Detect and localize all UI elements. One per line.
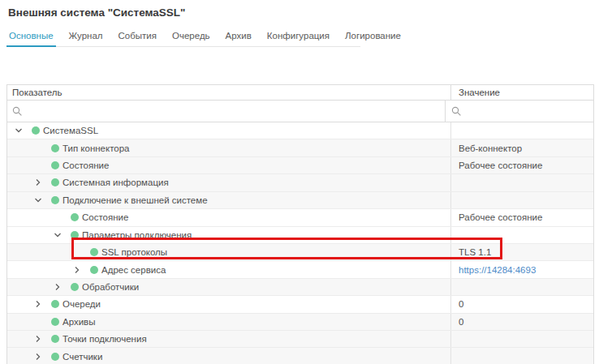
chevron-right-icon[interactable]	[71, 265, 90, 275]
table-row[interactable]: Адрес сервисаhttps://14284:4693	[7, 261, 593, 278]
tab-bar: ОсновныеЖурналСобытияОчередьАрхивКонфигу…	[6, 29, 360, 47]
row-label: Системная информация	[62, 178, 169, 187]
row-label: Тип коннектора	[62, 143, 130, 153]
row-indicator-cell: Параметры подключения	[7, 227, 450, 243]
tab-events[interactable]: События	[116, 29, 159, 46]
table-row[interactable]: СистемаSSL	[7, 122, 593, 139]
chevron-down-icon[interactable]	[51, 230, 71, 240]
table-row[interactable]: СостояниеРабочее состояние	[7, 209, 593, 226]
tree-indent	[7, 234, 51, 235]
row-value	[450, 174, 593, 191]
external-system-page: Внешняя система "СистемаSSL" ОсновныеЖур…	[0, 0, 599, 364]
row-label: Точки подключения	[62, 334, 147, 344]
row-label: Обработчики	[82, 282, 139, 292]
row-indicator-cell: Счетчики	[7, 348, 450, 364]
chevron-right-icon[interactable]	[32, 299, 51, 309]
tree-indent	[7, 165, 32, 166]
row-label: Очереди	[62, 299, 101, 309]
row-indicator-cell: Тип коннектора	[7, 139, 450, 156]
properties-tree-table: Показатель Значение	[6, 84, 594, 364]
tree-indent	[7, 199, 32, 200]
tree-indent	[7, 287, 51, 288]
row-label: SSL протоколы	[101, 247, 167, 257]
table-row[interactable]: Точки подключения	[7, 331, 593, 348]
column-header-value: Значение	[450, 85, 593, 100]
row-label: Архивы	[62, 317, 96, 327]
table-row[interactable]: Системная информация	[7, 174, 593, 191]
row-label: Состояние	[62, 161, 109, 170]
table-row[interactable]: Подключение к внешней системе	[7, 192, 593, 209]
chevron-right-icon[interactable]	[32, 352, 51, 362]
row-value: Веб-коннектор	[450, 139, 593, 156]
row-label: Подключение к внешней системе	[62, 195, 208, 205]
indicator-filter-input[interactable]	[26, 100, 445, 122]
table-row[interactable]: Тип коннектораВеб-коннектор	[7, 139, 593, 156]
search-icon	[451, 106, 462, 117]
search-icon	[12, 106, 23, 117]
status-dot-icon	[71, 213, 79, 221]
tree-table-body: СистемаSSLТип коннектораВеб-коннекторСос…	[7, 122, 593, 364]
status-dot-icon	[90, 248, 98, 256]
row-indicator-cell: Подключение к внешней системе	[7, 192, 450, 208]
table-row[interactable]: СостояниеРабочее состояние	[7, 157, 593, 174]
row-label: СистемаSSL	[43, 126, 98, 135]
row-indicator-cell: Обработчики	[7, 279, 450, 295]
row-indicator-cell: Очереди	[7, 296, 450, 312]
status-dot-icon	[51, 144, 59, 152]
row-label: Адрес сервиса	[101, 265, 166, 275]
row-value	[450, 331, 593, 347]
tree-indent	[7, 269, 71, 270]
page-title: Внешняя система "СистемаSSL"	[8, 6, 186, 19]
row-indicator-cell: Системная информация	[7, 174, 450, 191]
tree-indent	[7, 182, 32, 183]
table-row[interactable]: Обработчики	[7, 279, 593, 296]
row-indicator-cell: Состояние	[7, 157, 450, 173]
row-indicator-cell: СистемаSSL	[7, 122, 450, 139]
status-dot-icon	[51, 300, 59, 308]
row-value	[450, 192, 593, 208]
row-indicator-cell: Адрес сервиса	[7, 261, 450, 277]
table-row[interactable]: Счетчики	[7, 348, 593, 364]
row-value: Рабочее состояние	[450, 157, 593, 173]
tree-indent	[7, 339, 32, 340]
chevron-down-icon[interactable]	[32, 195, 51, 205]
row-value	[450, 122, 593, 139]
status-dot-icon	[51, 318, 59, 326]
tab-logging[interactable]: Логирование	[343, 29, 403, 46]
table-row[interactable]: Параметры подключения	[7, 227, 593, 244]
table-row[interactable]: SSL протоколыTLS 1.1	[7, 244, 593, 261]
indicator-filter-cell	[7, 101, 445, 122]
table-header-row: Показатель Значение	[7, 85, 593, 101]
tab-main[interactable]: Основные	[6, 29, 56, 46]
row-value-link[interactable]: https://14284:4693	[450, 261, 593, 277]
tab-queue[interactable]: Очередь	[170, 29, 213, 46]
status-dot-icon	[51, 196, 59, 204]
tab-archive[interactable]: Архив	[223, 29, 254, 46]
status-dot-icon	[71, 283, 79, 291]
status-dot-icon	[51, 178, 59, 186]
status-dot-icon	[51, 161, 59, 169]
value-filter-input[interactable]	[465, 100, 593, 122]
chevron-down-icon[interactable]	[12, 126, 32, 135]
tab-configuration[interactable]: Конфигурация	[265, 29, 332, 46]
chevron-right-icon[interactable]	[51, 282, 71, 292]
status-dot-icon	[51, 335, 59, 343]
chevron-right-icon[interactable]	[32, 178, 51, 187]
table-row[interactable]: Архивы0	[7, 314, 593, 331]
row-label: Состояние	[82, 212, 128, 222]
tree-indent	[7, 217, 51, 218]
tab-journal[interactable]: Журнал	[67, 29, 106, 46]
table-row[interactable]: Очереди0	[7, 296, 593, 313]
status-dot-icon	[32, 126, 40, 135]
row-value: TLS 1.1	[450, 244, 593, 260]
row-label: Параметры подключения	[82, 230, 192, 240]
filter-row	[7, 101, 593, 122]
row-indicator-cell: Состояние	[7, 209, 450, 225]
tree-indent	[7, 321, 32, 322]
row-indicator-cell: Архивы	[7, 314, 450, 330]
chevron-right-icon[interactable]	[32, 334, 51, 344]
row-label: Счетчики	[62, 352, 102, 362]
tree-indent	[7, 356, 32, 357]
row-value: 0	[450, 314, 593, 330]
row-value: Рабочее состояние	[450, 209, 593, 225]
